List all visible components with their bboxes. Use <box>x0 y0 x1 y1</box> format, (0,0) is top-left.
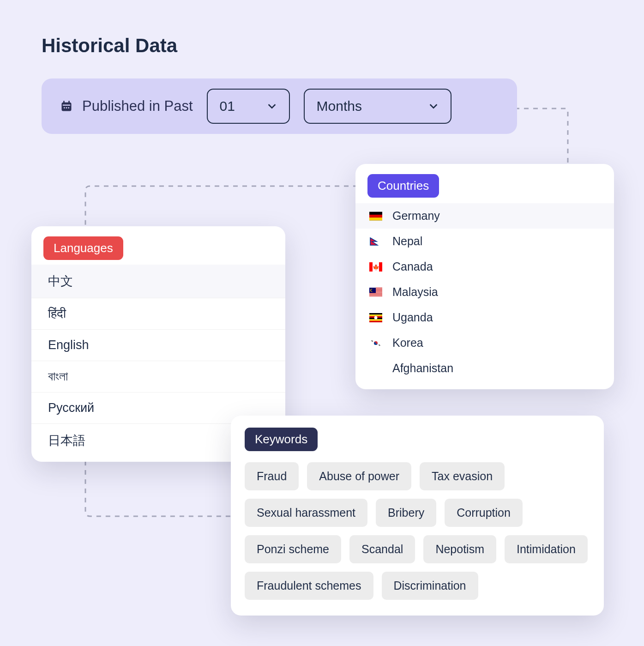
keyword-chip[interactable]: Abuse of power <box>307 462 411 490</box>
svg-rect-3 <box>63 105 70 106</box>
country-name: Nepal <box>392 235 422 248</box>
svg-rect-26 <box>369 313 382 314</box>
svg-point-5 <box>66 107 67 109</box>
keyword-chips: FraudAbuse of powerTax evasionSexual har… <box>245 462 590 600</box>
svg-rect-2 <box>68 101 70 103</box>
unit-select-value: Months <box>317 98 362 114</box>
language-item[interactable]: हिंदी <box>31 298 285 330</box>
country-item[interactable]: Malaysia <box>355 279 614 305</box>
svg-rect-9 <box>369 217 382 220</box>
svg-rect-21 <box>369 295 382 295</box>
country-name: Germany <box>392 209 440 223</box>
keyword-chip[interactable]: Discrimination <box>382 572 478 600</box>
keywords-card: Keywords FraudAbuse of powerTax evasionS… <box>231 416 604 616</box>
svg-text:🍁: 🍁 <box>373 264 379 271</box>
svg-point-25 <box>371 289 374 291</box>
keyword-chip[interactable]: Fraud <box>245 462 299 490</box>
svg-rect-20 <box>369 293 382 294</box>
language-item[interactable]: বাংলা <box>31 361 285 392</box>
number-select-value: 01 <box>220 98 235 114</box>
keyword-chip[interactable]: Scandal <box>349 535 415 563</box>
country-item[interactable]: Korea <box>355 330 614 356</box>
country-item[interactable]: Uganda <box>355 305 614 330</box>
country-item[interactable]: 🍁Canada <box>355 254 614 279</box>
country-name: Afghanistan <box>392 362 453 375</box>
keywords-pill: Keywords <box>245 428 318 451</box>
svg-rect-22 <box>369 296 382 296</box>
svg-rect-13 <box>379 262 382 272</box>
date-filter-bar: Published in Past 01 Months <box>42 78 517 134</box>
country-name: Canada <box>392 260 433 273</box>
germany-flag-icon <box>369 211 382 221</box>
canada-flag-icon: 🍁 <box>369 262 382 272</box>
chevron-down-icon <box>267 101 277 111</box>
keyword-chip[interactable]: Tax evasion <box>420 462 505 490</box>
svg-rect-27 <box>369 314 382 316</box>
malaysia-flag-icon <box>369 288 382 297</box>
keyword-chip[interactable]: Nepotism <box>423 535 496 563</box>
keyword-chip[interactable]: Intimidation <box>505 535 588 563</box>
country-name: Malaysia <box>392 285 438 299</box>
svg-rect-31 <box>369 320 382 322</box>
korea-flag-icon <box>369 338 382 348</box>
unit-select[interactable]: Months <box>304 89 451 124</box>
svg-point-32 <box>374 316 378 319</box>
language-item[interactable]: 中文 <box>31 265 285 298</box>
number-select[interactable]: 01 <box>207 89 290 124</box>
chevron-down-icon <box>428 101 439 111</box>
country-item[interactable]: Germany <box>355 203 614 229</box>
svg-rect-0 <box>62 103 72 111</box>
svg-rect-1 <box>63 101 65 103</box>
uganda-flag-icon <box>369 313 382 322</box>
afghanistan-flag-icon <box>369 364 382 373</box>
page-title: Historical Data <box>42 35 177 57</box>
country-name: Uganda <box>392 311 433 324</box>
countries-card: Countries GermanyNepal🍁CanadaMalaysiaUga… <box>355 164 614 389</box>
svg-point-6 <box>68 107 69 109</box>
countries-list: GermanyNepal🍁CanadaMalaysiaUgandaKoreaAf… <box>355 203 614 381</box>
svg-marker-10 <box>370 238 378 245</box>
nepal-flag-icon <box>369 237 382 246</box>
countries-pill: Countries <box>367 174 439 198</box>
svg-rect-30 <box>369 319 382 320</box>
country-item[interactable]: Afghanistan <box>355 356 614 381</box>
filter-label: Published in Past <box>82 98 193 115</box>
keyword-chip[interactable]: Sexual harassment <box>245 499 367 527</box>
language-item[interactable]: English <box>31 330 285 361</box>
keyword-chip[interactable]: Fraudulent schemes <box>245 572 373 600</box>
languages-pill: Languages <box>43 236 123 260</box>
calendar-icon <box>60 100 73 113</box>
country-item[interactable]: Nepal <box>355 229 614 254</box>
svg-rect-8 <box>369 214 382 217</box>
keyword-chip[interactable]: Bribery <box>376 499 436 527</box>
keyword-chip[interactable]: Ponzi scheme <box>245 535 341 563</box>
svg-point-4 <box>64 107 65 109</box>
keyword-chip[interactable]: Corruption <box>445 499 523 527</box>
country-name: Korea <box>392 336 423 350</box>
